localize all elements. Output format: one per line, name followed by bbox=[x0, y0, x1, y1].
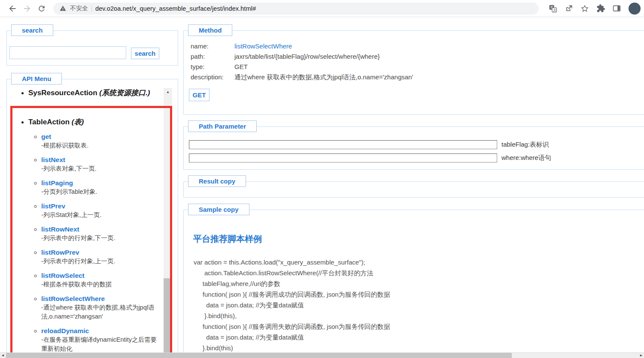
search-button[interactable]: search bbox=[131, 48, 159, 59]
api-method-link[interactable]: listPrev bbox=[41, 202, 65, 211]
api-method-description: -列示Stat对象,上一页. bbox=[41, 211, 158, 220]
api-method-description: -列示表中的行对象,下一页. bbox=[41, 234, 158, 243]
bookmark-button[interactable] bbox=[578, 2, 591, 15]
sample-panel: Sample copy 平台推荐脚本样例 var action = this.A… bbox=[183, 210, 644, 358]
method-name-label: name: bbox=[191, 41, 234, 51]
api-method-link[interactable]: listRowPrev bbox=[41, 248, 79, 257]
api-method-link[interactable]: reloadDynamic bbox=[41, 326, 89, 335]
api-method-description: -通过where 获取表中的数据,格式为jpql语法,o.name='zhang… bbox=[41, 303, 158, 321]
tableflag-input[interactable] bbox=[189, 140, 497, 149]
back-button[interactable] bbox=[5, 1, 20, 16]
horizontal-scrollbar[interactable]: ◀ ▶ bbox=[0, 352, 644, 358]
path-parameter-row: tableFlag:表标识 bbox=[189, 140, 549, 149]
address-bar[interactable]: 不安全 dev.o2oa.net/x_query_assemble_surfac… bbox=[53, 3, 539, 15]
api-method-link[interactable]: listRowSelectWhere bbox=[41, 294, 105, 303]
api-menu-item: listNext -列示表对象,下一页. bbox=[41, 155, 164, 173]
method-description-value: 通过where 获取表中的数据,格式为jpql语法,o.name='zhangs… bbox=[234, 72, 413, 82]
menu-scrollbar[interactable]: ▲ bbox=[164, 88, 172, 358]
api-menu-item: listRowSelect -根据条件获取表中的数据 bbox=[41, 271, 164, 289]
search-panel: search search bbox=[6, 30, 178, 66]
side-panel-icon bbox=[612, 4, 621, 13]
sample-title: 平台推荐脚本样例 bbox=[193, 233, 262, 245]
method-name-row: name: listRowSelectWhere bbox=[191, 41, 413, 51]
api-menu-list: SysResourceAction (系统资源接口.) TableAction … bbox=[7, 85, 164, 358]
method-path-row: path: jaxrs/table/list/{tableFlag}/row/s… bbox=[191, 51, 413, 62]
sample-panel-legend: Sample copy bbox=[188, 204, 249, 215]
svg-text:文: 文 bbox=[553, 8, 556, 12]
address-divider bbox=[91, 5, 92, 12]
api-menu-item: get -根据标识获取表. bbox=[41, 132, 164, 150]
profile-avatar[interactable] bbox=[629, 3, 641, 15]
api-group-name[interactable]: SysResourceAction bbox=[28, 89, 97, 97]
forward-icon bbox=[22, 4, 32, 13]
reload-icon bbox=[37, 4, 46, 13]
api-method-description: -根据条件获取表中的数据 bbox=[41, 280, 158, 289]
method-path-value: jaxrs/table/list/{tableFlag}/row/select/… bbox=[234, 51, 380, 62]
where-label: where:where语句 bbox=[501, 154, 551, 162]
translate-button[interactable]: G文 bbox=[547, 2, 559, 15]
translate-icon: G文 bbox=[549, 4, 557, 13]
bookmark-star-icon bbox=[580, 4, 589, 13]
share-icon bbox=[565, 4, 573, 13]
menu-scrollbar-thumb[interactable] bbox=[164, 278, 172, 358]
api-method-description: -列示表对象,下一页. bbox=[41, 164, 158, 173]
url-text: dev.o2oa.net/x_query_assemble_surface/je… bbox=[95, 5, 256, 12]
api-method-link[interactable]: listPaging bbox=[41, 178, 73, 187]
method-type-label: type: bbox=[191, 62, 234, 72]
method-description-row: description: 通过where 获取表中的数据,格式为jpql语法,o… bbox=[191, 72, 413, 82]
scroll-left-arrow-icon[interactable]: ◀ bbox=[0, 353, 6, 358]
api-menu-item: listPaging -分页列示Table对象. bbox=[41, 178, 164, 196]
search-panel-legend: search bbox=[11, 24, 53, 36]
method-description-label: description: bbox=[191, 72, 234, 82]
not-secure-warning-icon bbox=[59, 5, 67, 12]
api-group-sysresourceaction: SysResourceAction (系统资源接口.) bbox=[28, 88, 164, 113]
extensions-button[interactable] bbox=[594, 2, 607, 15]
api-group-name[interactable]: TableAction bbox=[28, 118, 70, 126]
api-method-description: -列示表中的行对象,上一页. bbox=[41, 257, 158, 266]
api-group-note: (表) bbox=[72, 118, 84, 126]
api-group-tableaction: TableAction (表) get -根据标识获取表. listNext -… bbox=[28, 117, 164, 358]
sample-code: var action = this.Actions.load("x_query_… bbox=[194, 257, 580, 353]
api-method-description: -分页列示Table对象. bbox=[41, 187, 158, 196]
method-panel-legend: Method bbox=[188, 24, 232, 36]
method-path-label: path: bbox=[191, 51, 234, 62]
method-type-row: type: GET bbox=[191, 62, 413, 72]
browser-toolbar: 不安全 dev.o2oa.net/x_query_assemble_surfac… bbox=[0, 0, 644, 17]
share-button[interactable] bbox=[562, 2, 575, 15]
extensions-puzzle-icon bbox=[596, 4, 605, 13]
search-input[interactable] bbox=[9, 46, 126, 59]
security-status: 不安全 bbox=[70, 5, 88, 12]
api-method-description: -根据标识获取表. bbox=[41, 141, 158, 150]
path-parameter-row: where:where语句 bbox=[189, 153, 551, 162]
where-input[interactable] bbox=[189, 153, 497, 162]
execute-get-button[interactable]: GET bbox=[189, 89, 210, 101]
api-menu-item: listPrev -列示Stat对象,上一页. bbox=[41, 202, 164, 220]
method-panel: Method name: listRowSelectWhere path: ja… bbox=[183, 30, 644, 115]
api-menu-legend: API Menu bbox=[11, 73, 62, 84]
forward-button[interactable] bbox=[20, 1, 34, 16]
api-method-link[interactable]: listRowNext bbox=[41, 225, 79, 234]
api-menu-item: listRowSelectWhere -通过where 获取表中的数据,格式为j… bbox=[41, 294, 164, 321]
api-method-link[interactable]: get bbox=[41, 132, 51, 141]
back-icon bbox=[8, 4, 17, 13]
result-panel-legend: Result copy bbox=[188, 175, 246, 187]
method-name-link[interactable]: listRowSelectWhere bbox=[234, 41, 292, 51]
api-menu-item: listRowPrev -列示表中的行对象,上一页. bbox=[41, 248, 164, 266]
side-panel-button[interactable] bbox=[610, 2, 623, 15]
api-menu-item: listRowNext -列示表中的行对象,下一页. bbox=[41, 225, 164, 243]
path-parameter-panel: Path Parameter tableFlag:表标识 where:where… bbox=[183, 126, 644, 170]
path-parameter-legend: Path Parameter bbox=[188, 120, 257, 132]
api-menu-panel: API Menu SysResourceAction (系统资源接口.) Tab… bbox=[6, 79, 178, 358]
horizontal-scrollbar-thumb[interactable] bbox=[6, 353, 512, 358]
result-panel: Result copy bbox=[183, 181, 644, 198]
reload-button[interactable] bbox=[34, 1, 49, 16]
scroll-right-arrow-icon[interactable]: ▶ bbox=[638, 353, 644, 358]
api-method-link[interactable]: listNext bbox=[41, 155, 65, 164]
api-group-note: (系统资源接口.) bbox=[99, 89, 150, 97]
api-method-link[interactable]: listRowSelect bbox=[41, 271, 85, 280]
tableflag-label: tableFlag:表标识 bbox=[501, 141, 549, 149]
method-type-value: GET bbox=[234, 62, 248, 72]
scroll-up-arrow-icon[interactable]: ▲ bbox=[164, 88, 172, 96]
